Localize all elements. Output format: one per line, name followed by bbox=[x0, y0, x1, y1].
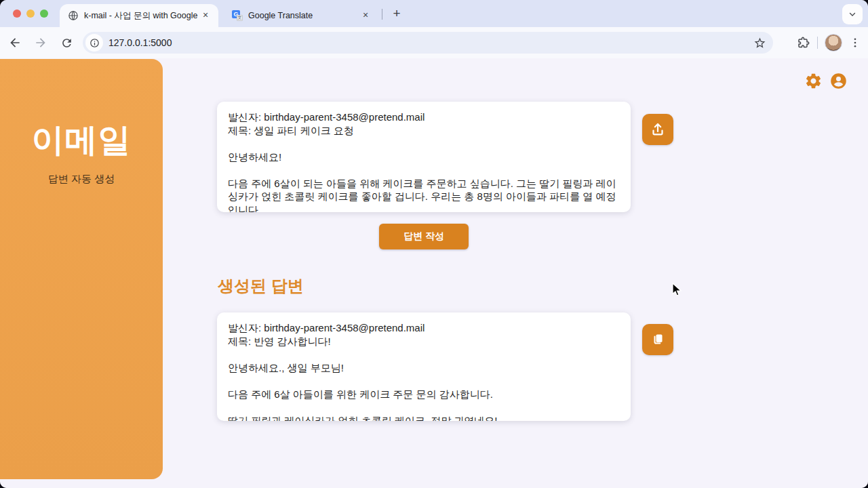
site-info-chip[interactable] bbox=[85, 34, 103, 52]
extensions-puzzle-icon[interactable] bbox=[797, 36, 810, 49]
info-icon bbox=[90, 38, 100, 48]
app-subtitle: 답변 자동 생성 bbox=[0, 173, 163, 186]
back-arrow-icon bbox=[8, 36, 22, 49]
tab-title: Google Translate bbox=[248, 11, 359, 20]
tab-kmail[interactable]: k-mail - 사업 문의 with Google × bbox=[60, 4, 218, 27]
generated-reply-heading: 생성된 답변 bbox=[218, 275, 304, 297]
tab-close-icon[interactable]: × bbox=[199, 9, 212, 22]
generated-email-card: 발신자: birthday-parent-3458@pretend.mail 제… bbox=[217, 312, 631, 421]
profile-avatar[interactable] bbox=[825, 34, 842, 52]
email-subject-line: 제목: 반영 감사합니다! bbox=[228, 335, 620, 348]
email-greeting: 안녕하세요., 생일 부모님! bbox=[228, 361, 620, 375]
new-tab-button[interactable]: + bbox=[388, 5, 406, 23]
macos-zoom-button[interactable] bbox=[40, 9, 48, 18]
reload-icon bbox=[60, 37, 73, 49]
email-body-line2: 딸기 필링과 레이싱카가 얹힌 초콜릿 케이크, 정말 귀엽네요! bbox=[228, 414, 620, 422]
url-text: 127.0.0.1:5000 bbox=[108, 37, 753, 48]
email-body-line1: 다음 주에 6살 아들이를 위한 케이크 주문 문의 감사합니다. bbox=[228, 388, 620, 401]
email-body: 다음 주에 6살이 되는 아들을 위해 케이크를 주문하고 싶습니다. 그는 딸… bbox=[228, 177, 620, 213]
menu-kebab-icon[interactable] bbox=[849, 37, 861, 49]
sidebar: 이메일 답변 자동 생성 bbox=[0, 59, 163, 479]
tab-close-icon[interactable]: × bbox=[359, 9, 372, 22]
mouse-cursor bbox=[672, 283, 683, 298]
tab-divider bbox=[382, 9, 382, 20]
translate-icon: G 文 bbox=[232, 10, 243, 21]
upload-icon bbox=[650, 121, 666, 138]
email-greeting: 안녕하세요! bbox=[228, 150, 620, 164]
tab-google-translate[interactable]: G 文 Google Translate × bbox=[224, 4, 378, 27]
reload-button[interactable] bbox=[56, 32, 77, 54]
toolbar-right-controls bbox=[797, 32, 861, 54]
incoming-email-card: 발신자: birthday-parent-3458@pretend.mail 제… bbox=[217, 102, 631, 212]
settings-gear-icon[interactable] bbox=[804, 72, 823, 90]
upload-button[interactable] bbox=[642, 114, 673, 145]
macos-close-button[interactable] bbox=[13, 9, 21, 18]
page-content: 이메일 답변 자동 생성 발신자: birthday-parent-3458@p… bbox=[0, 58, 868, 488]
email-sender-line: 발신자: birthday-parent-3458@pretend.mail bbox=[228, 110, 620, 124]
copy-icon bbox=[650, 331, 666, 348]
bookmark-star-icon[interactable] bbox=[753, 37, 766, 49]
globe-icon bbox=[68, 10, 79, 21]
tab-title: k-mail - 사업 문의 with Google bbox=[84, 10, 199, 22]
chevron-down-icon bbox=[848, 10, 856, 18]
toolbar-divider bbox=[817, 37, 818, 49]
tab-strip: k-mail - 사업 문의 with Google × G 文 Google … bbox=[0, 0, 868, 27]
email-sender-line: 발신자: birthday-parent-3458@pretend.mail bbox=[228, 321, 620, 335]
copy-button[interactable] bbox=[642, 324, 673, 355]
back-button[interactable] bbox=[4, 32, 26, 54]
header-icons bbox=[804, 72, 848, 90]
browser-toolbar: 127.0.0.1:5000 bbox=[0, 27, 868, 58]
forward-button[interactable] bbox=[30, 32, 52, 54]
forward-arrow-icon bbox=[34, 36, 47, 49]
browser-window: k-mail - 사업 문의 with Google × G 文 Google … bbox=[0, 0, 868, 488]
email-subject-line: 제목: 생일 파티 케이크 요청 bbox=[228, 124, 620, 138]
tab-search-chevron-button[interactable] bbox=[842, 4, 863, 24]
address-bar[interactable]: 127.0.0.1:5000 bbox=[83, 32, 773, 54]
macos-minimize-button[interactable] bbox=[26, 9, 35, 18]
compose-reply-button[interactable]: 답변 작성 bbox=[379, 224, 469, 249]
account-icon[interactable] bbox=[829, 72, 848, 90]
app-title: 이메일 bbox=[0, 119, 163, 162]
